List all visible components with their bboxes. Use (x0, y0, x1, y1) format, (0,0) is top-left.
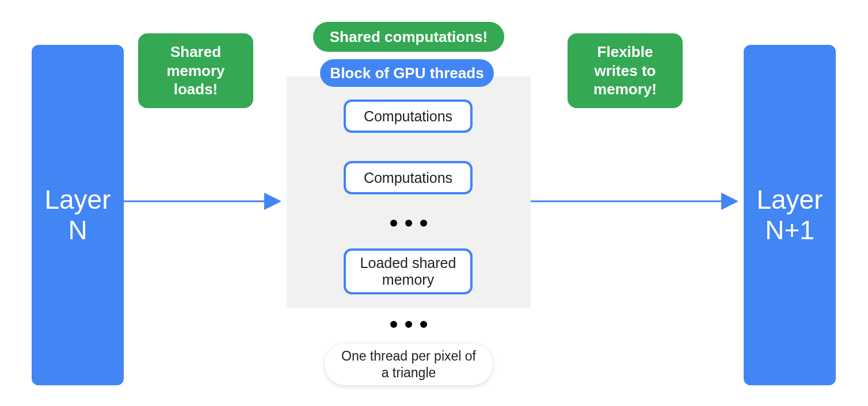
callout-shared-loads: Shared memory loads! (138, 33, 253, 108)
layer-n1-line1: Layer (756, 185, 823, 215)
computation-box-2-text: Computations (364, 170, 452, 186)
callout-flexible-writes-text: Flexible writes to memory! (580, 43, 670, 99)
callout-flexible-writes: Flexible writes to memory! (568, 33, 683, 108)
shared-memory-box: Loaded shared memory (344, 248, 473, 294)
arrow-right (531, 193, 744, 210)
gpu-block-title: Block of GPU threads (320, 59, 494, 87)
layer-n-line2: N (68, 215, 87, 246)
callout-shared-computations: Shared computations! (313, 22, 504, 52)
footer-pill: One thread per pixel of a triangle (325, 344, 493, 385)
layer-n-line1: Layer (44, 185, 111, 215)
callout-shared-loads-text: Shared memory loads! (151, 43, 241, 99)
arrow-left (124, 193, 287, 210)
gpu-block-title-text: Block of GPU threads (330, 64, 484, 82)
callout-shared-computations-text: Shared computations! (330, 28, 488, 47)
ellipsis-inner (390, 220, 427, 227)
footer-pill-text: One thread per pixel of a triangle (340, 348, 478, 381)
computation-box-1-text: Computations (364, 108, 452, 125)
ellipsis-outer (390, 321, 427, 328)
computation-box-1: Computations (344, 99, 473, 133)
layer-n1-line2: N+1 (765, 215, 814, 246)
computation-box-2: Computations (344, 161, 473, 194)
layer-n-box: Layer N (32, 45, 124, 385)
shared-memory-box-text: Loaded shared memory (346, 255, 470, 288)
layer-n1-box: Layer N+1 (744, 45, 836, 385)
